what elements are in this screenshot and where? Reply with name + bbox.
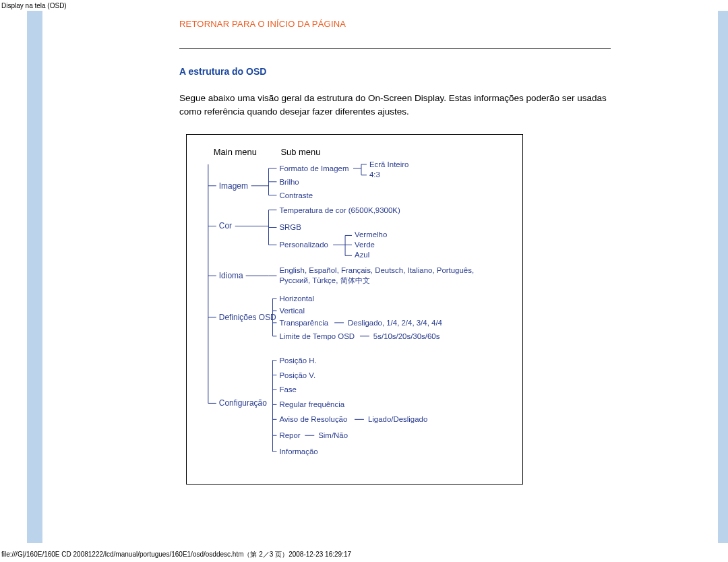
sm-personalizado: Personalizado <box>279 241 328 249</box>
return-to-top-link[interactable]: RETORNAR PARA O INÍCIO DA PÁGINA <box>179 19 651 29</box>
sm-brilho: Brilho <box>279 178 299 186</box>
sm-formato-imagem: Formato de Imagem <box>279 164 348 173</box>
opt-azul: Azul <box>355 251 369 259</box>
sm-srgb: SRGB <box>279 224 301 232</box>
sm-idioma-line1: English, Español, Français, Deutsch, Ita… <box>279 266 474 274</box>
sm-regular-freq: Regular frequência <box>279 401 344 409</box>
opt-transp: Desligado, 1/4, 2/4, 3/4, 4/4 <box>348 319 443 327</box>
sm-informacao: Informação <box>279 447 317 456</box>
opt-ecra-inteiro: Ecrã Inteiro <box>369 160 408 168</box>
sm-fase: Fase <box>279 386 296 394</box>
sm-contraste: Contraste <box>279 191 313 199</box>
section-heading: A estrutura do OSD <box>179 66 651 77</box>
sm-temp-cor: Temperatura de cor (6500K,9300K) <box>279 206 400 214</box>
opt-sim-nao: Sim/Não <box>318 431 348 439</box>
col-header-sub: Sub menu <box>280 147 320 157</box>
sm-aviso-res: Aviso de Resolução <box>279 415 347 423</box>
mm-def-osd: Definições OSD <box>219 313 276 322</box>
sm-repor: Repor <box>279 431 300 439</box>
mm-imagem: Imagem <box>219 181 248 191</box>
sm-vertical: Vertical <box>279 307 305 315</box>
sm-horizontal: Horizontal <box>279 294 314 303</box>
opt-4-3: 4:3 <box>369 170 380 179</box>
page-title-small: Display na tela (OSD) <box>1 2 67 9</box>
opt-tempo: 5s/10s/20s/30s/60s <box>373 332 440 340</box>
decorative-right-bar <box>718 11 728 543</box>
mm-cor: Cor <box>219 222 232 231</box>
footer-path: file:///G|/160E/160E CD 20081222/lcd/man… <box>1 550 351 559</box>
opt-verde: Verde <box>355 241 375 249</box>
decorative-left-bar <box>27 11 42 543</box>
mm-config: Configuração <box>219 399 267 408</box>
main-content: RETORNAR PARA O INÍCIO DA PÁGINA A estru… <box>179 19 651 485</box>
body-paragraph: Segue abaixo uma visão geral da estrutur… <box>179 92 611 118</box>
sm-limite-tempo: Limite de Tempo OSD <box>279 332 355 340</box>
mm-idioma: Idioma <box>219 271 243 280</box>
col-header-main: Main menu <box>214 147 257 157</box>
sm-transparencia: Transparência <box>279 319 328 327</box>
osd-tree-diagram: Main menu Sub menu Imagem Formato de Ima… <box>186 134 523 485</box>
opt-ligado-desligado: Ligado/Desligado <box>368 415 427 423</box>
divider <box>179 48 611 49</box>
sm-idioma-line2: Русский, Türkçe, 简体中文 <box>279 276 369 284</box>
sm-posicao-v: Posição V. <box>279 371 315 379</box>
sm-posicao-h: Posição H. <box>279 356 316 365</box>
osd-tree-svg: Main menu Sub menu Imagem Formato de Ima… <box>187 135 522 484</box>
opt-vermelho: Vermelho <box>355 231 387 239</box>
